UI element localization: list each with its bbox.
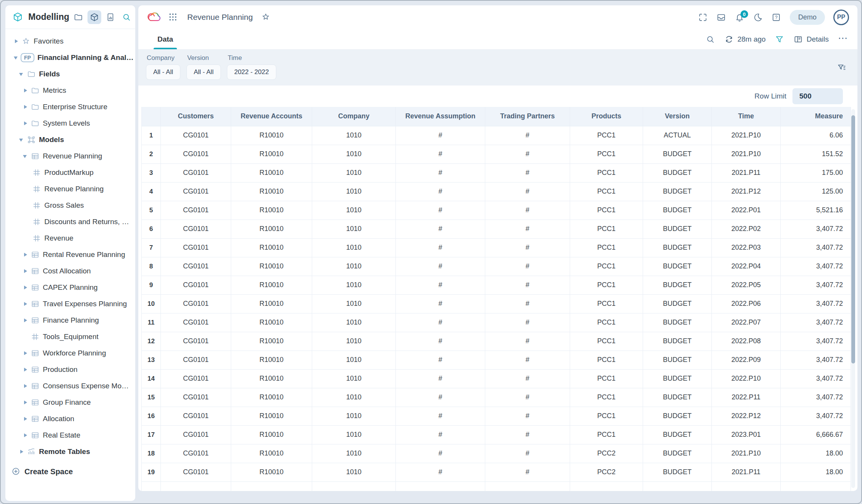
- data-table: CustomersRevenue AccountsCompanyRevenue …: [141, 107, 851, 491]
- sidebar-item-system-levels[interactable]: System Levels: [9, 115, 134, 131]
- table-search-icon[interactable]: [706, 34, 715, 44]
- cell-customers: CG0101: [161, 126, 231, 145]
- filter-chip-time[interactable]: 2022 - 2022: [227, 65, 276, 80]
- sidebar-item-capex-planning[interactable]: CAPEX Planning: [9, 279, 134, 296]
- model-view-icon[interactable]: [87, 10, 101, 24]
- vertical-scrollbar[interactable]: [851, 109, 855, 488]
- filter-chip-company[interactable]: All - All: [146, 65, 180, 80]
- chevron-right-icon[interactable]: [22, 284, 28, 291]
- inbox-icon[interactable]: [716, 12, 726, 22]
- sidebar-item-allocation[interactable]: Allocation: [9, 410, 134, 427]
- sidebar-item-group-finance[interactable]: Group Finance: [9, 394, 134, 410]
- column-header-company[interactable]: Company: [312, 107, 396, 126]
- scrollbar-thumb[interactable]: [851, 115, 855, 363]
- chevron-right-icon[interactable]: [22, 252, 28, 258]
- cell-time: 2022.P08: [712, 332, 781, 351]
- filter-list-icon[interactable]: [837, 63, 847, 73]
- cell-revenue-assumption: #: [396, 257, 485, 276]
- column-header-revenue-accounts[interactable]: Revenue Accounts: [231, 107, 312, 126]
- search-icon[interactable]: [120, 10, 133, 24]
- row-number: 5: [142, 201, 161, 220]
- sidebar-item-real-estate[interactable]: Real Estate: [9, 427, 134, 443]
- column-header-version[interactable]: Version: [643, 107, 712, 126]
- user-avatar[interactable]: PP: [833, 10, 849, 25]
- sidebar-item-label: Revenue Planning: [43, 152, 102, 160]
- chevron-right-icon[interactable]: [22, 104, 28, 110]
- chevron-right-icon[interactable]: [22, 268, 28, 274]
- cell-time: 2023.P01: [712, 425, 781, 444]
- page-title: Revenue Planning: [187, 13, 253, 22]
- sidebar-item-label: System Levels: [43, 119, 90, 128]
- cell-revenue-accounts: R10010: [231, 313, 312, 332]
- chevron-right-icon[interactable]: [22, 301, 28, 307]
- chevron-right-icon[interactable]: [22, 350, 28, 356]
- cell-time: 2022.P03: [712, 238, 781, 257]
- column-header-measure[interactable]: Measure: [781, 107, 851, 126]
- row-limit-input[interactable]: 500: [792, 88, 843, 104]
- sidebar-item-cost-allocation[interactable]: Cost Allocation: [9, 263, 134, 279]
- dark-mode-moon-icon[interactable]: [753, 12, 763, 22]
- column-header-customers[interactable]: Customers: [161, 107, 231, 126]
- column-header-products[interactable]: Products: [570, 107, 643, 126]
- sidebar-item-fields[interactable]: Fields: [9, 66, 134, 82]
- cell-company: 1010: [312, 145, 396, 163]
- details-button[interactable]: Details: [794, 34, 829, 44]
- cell-trading-partners: #: [485, 201, 570, 220]
- chevron-down-icon[interactable]: [13, 55, 19, 61]
- sidebar-item-gross-sales[interactable]: Gross Sales: [9, 197, 134, 213]
- cell-company: 1010: [312, 238, 396, 257]
- sidebar-item-productmarkup[interactable]: ProductMarkup: [9, 164, 134, 181]
- report-view-icon[interactable]: [104, 10, 117, 24]
- chevron-right-icon[interactable]: [18, 449, 24, 455]
- app-launcher-icon[interactable]: [168, 12, 178, 22]
- column-header-time[interactable]: Time: [712, 107, 781, 126]
- fullscreen-icon[interactable]: [698, 12, 708, 22]
- sidebar-item-finance-planning[interactable]: Finance Planning: [9, 312, 134, 328]
- column-header-trading-partners[interactable]: Trading Partners: [485, 107, 570, 126]
- more-options-icon[interactable]: ⋯: [838, 33, 847, 45]
- favorite-star-icon[interactable]: [261, 13, 271, 22]
- chevron-right-icon[interactable]: [22, 87, 28, 94]
- filter-funnel-icon[interactable]: [775, 34, 784, 44]
- sidebar-item-revenue-planning[interactable]: Revenue Planning: [9, 148, 134, 164]
- sidebar-item-revenue-planning[interactable]: Revenue Planning: [9, 181, 134, 197]
- demo-badge[interactable]: Demo: [790, 10, 825, 25]
- sidebar-item-label: Workforce Planning: [43, 349, 106, 357]
- cell-products: PCC1: [570, 182, 643, 201]
- chevron-right-icon[interactable]: [22, 399, 28, 405]
- chevron-right-icon[interactable]: [22, 432, 28, 438]
- sidebar-item-rental-revenue-planning[interactable]: Rental Revenue Planning: [9, 246, 134, 263]
- chevron-down-icon[interactable]: [22, 153, 28, 159]
- sidebar-item-revenue[interactable]: Revenue: [9, 230, 134, 246]
- help-icon[interactable]: ?: [771, 12, 781, 22]
- create-space-button[interactable]: Create Space: [5, 462, 135, 481]
- chevron-down-icon[interactable]: [18, 137, 24, 143]
- sidebar-item-enterprise-structure[interactable]: Enterprise Structure: [9, 99, 134, 115]
- chevron-right-icon[interactable]: [22, 416, 28, 422]
- sidebar-item-favorites[interactable]: Favorites: [9, 33, 134, 49]
- chevron-down-icon[interactable]: [18, 71, 24, 77]
- sidebar-item-tools-equipment[interactable]: Tools_Equipment: [9, 328, 134, 345]
- sidebar-item-travel-expenses-planning[interactable]: Travel Expenses Planning: [9, 296, 134, 312]
- sidebar-item-models[interactable]: Models: [9, 131, 134, 148]
- sidebar-item-metrics[interactable]: Metrics: [9, 82, 134, 99]
- chevron-right-icon[interactable]: [22, 383, 28, 389]
- chevron-right-icon[interactable]: [22, 120, 28, 126]
- column-header-revenue-assumption[interactable]: Revenue Assumption: [396, 107, 485, 126]
- cell-revenue-assumption: #: [396, 444, 485, 463]
- chevron-right-icon[interactable]: [22, 317, 28, 323]
- chevron-right-icon[interactable]: [13, 38, 19, 44]
- sidebar-item-financial-planning-analysis[interactable]: FPFinancial Planning & Analysis: [9, 49, 134, 66]
- sidebar-item-remote-tables[interactable]: Remote Tables: [9, 443, 134, 460]
- tab-data[interactable]: Data: [155, 29, 175, 49]
- filter-chip-version[interactable]: All - All: [186, 65, 221, 80]
- sidebar-item-consensus-expense-mo[interactable]: Consensus Expense Mo…: [9, 378, 134, 394]
- chevron-right-icon[interactable]: [22, 367, 28, 373]
- sidebar-item-discounts-and-returns-c[interactable]: Discounts and Returns, C…: [9, 213, 134, 230]
- sidebar-item-workforce-planning[interactable]: Workforce Planning: [9, 345, 134, 361]
- notifications-bell-icon[interactable]: 0: [735, 12, 745, 22]
- sidebar-item-production[interactable]: Production: [9, 361, 134, 378]
- refresh-button[interactable]: 28m ago: [724, 34, 766, 44]
- cell-time: 2022.P06: [712, 294, 781, 313]
- folder-view-icon[interactable]: [71, 10, 85, 24]
